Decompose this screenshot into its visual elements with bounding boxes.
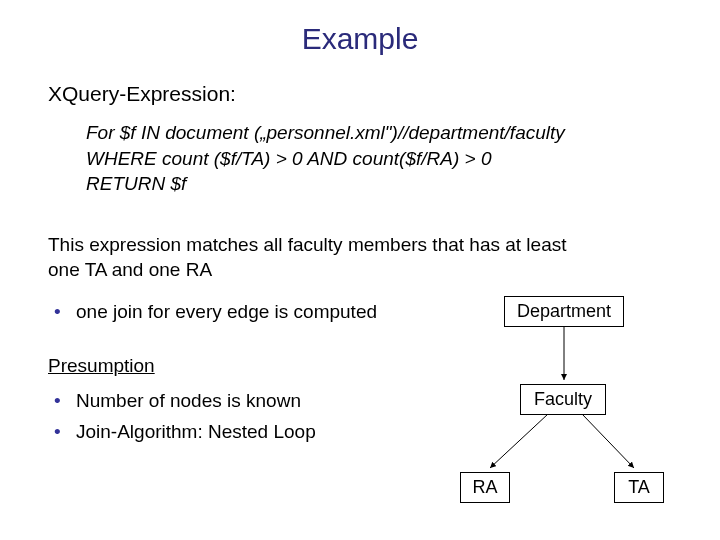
code-line: WHERE count ($f/TA) > 0 AND count($f/RA)… [86,146,672,172]
node-faculty: Faculty [520,384,606,415]
node-department: Department [504,296,624,327]
section-heading-xquery: XQuery-Expression: [48,82,672,106]
slide: Example XQuery-Expression: For $f IN doc… [0,0,720,540]
bullet-icon: • [54,389,76,414]
edge-faculty-ra [490,414,548,468]
bullet-text: Number of nodes is known [76,389,301,414]
bullet-text: Join-Algorithm: Nested Loop [76,420,316,445]
description-text: This expression matches all faculty memb… [48,233,568,282]
bullet-text: one join for every edge is computed [76,300,377,325]
page-title: Example [48,22,672,56]
xquery-code-block: For $f IN document („personnel.xml")//de… [86,120,672,197]
node-ta: TA [614,472,664,503]
bullet-icon: • [54,420,76,445]
edge-faculty-ta [582,414,634,468]
tree-diagram: Department Faculty RA TA [438,296,676,506]
code-line: RETURN $f [86,171,672,197]
node-ra: RA [460,472,510,503]
bullet-icon: • [54,300,76,325]
code-line: For $f IN document („personnel.xml")//de… [86,120,672,146]
